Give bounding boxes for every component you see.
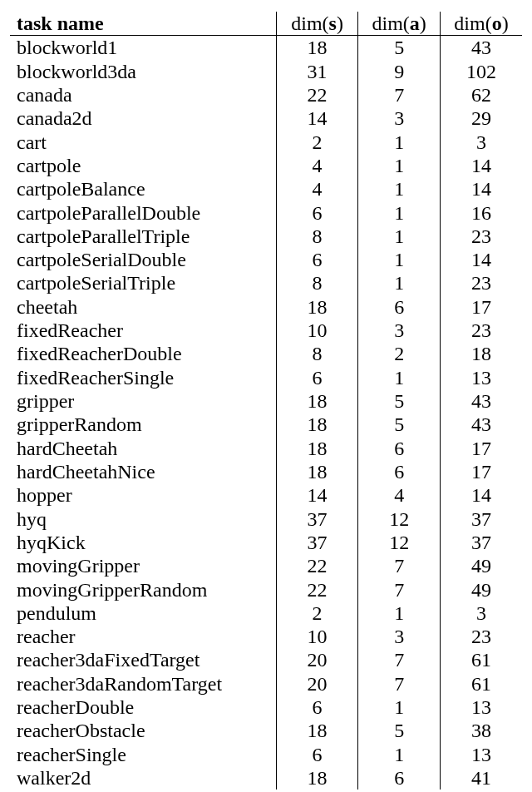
dim-s-cell: 6 <box>276 695 358 719</box>
dim-o-cell: 14 <box>440 483 522 507</box>
dim-s-cell: 31 <box>276 60 358 83</box>
dim-o-cell: 23 <box>440 271 522 295</box>
dim-s-cell: 4 <box>276 177 358 200</box>
dim-s-cell: 6 <box>276 743 358 766</box>
dim-a-cell: 3 <box>358 319 441 342</box>
dim-o-cell: 37 <box>440 531 522 554</box>
table-row: hardCheetah18617 <box>10 437 522 460</box>
table-row: reacher3daFixedTarget20761 <box>10 648 522 671</box>
table-row: cartpoleBalance4114 <box>10 177 522 200</box>
table-row: blockworld3da319102 <box>10 60 522 83</box>
task-name-cell: cartpoleSerialDouble <box>10 248 276 271</box>
task-name-cell: gripper <box>10 389 276 413</box>
dim-o-cell: 102 <box>440 60 522 83</box>
dim-a-cell: 7 <box>358 83 441 106</box>
col-header-task-name: task name <box>10 12 276 36</box>
dim-a-cell: 6 <box>358 766 441 790</box>
table-row: cartpoleSerialTriple8123 <box>10 271 522 295</box>
dim-a-cell: 1 <box>358 248 441 271</box>
task-name-cell: canada <box>10 83 276 106</box>
dim-o-cell: 18 <box>440 342 522 365</box>
task-name-cell: movingGripperRandom <box>10 578 276 601</box>
dim-a-cell: 6 <box>358 295 441 319</box>
dim-o-cell: 41 <box>440 766 522 790</box>
dim-a-cell: 5 <box>358 413 441 436</box>
dim-o-cell: 3 <box>440 601 522 625</box>
task-name-cell: reacher3daRandomTarget <box>10 672 276 695</box>
dim-s-cell: 8 <box>276 342 358 365</box>
dim-o-cell: 43 <box>440 413 522 436</box>
table-row: reacherDouble6113 <box>10 695 522 719</box>
dim-s-cell: 18 <box>276 766 358 790</box>
task-name-cell: cartpoleSerialTriple <box>10 271 276 295</box>
dim-s-cell: 20 <box>276 672 358 695</box>
table-row: reacher3daRandomTarget20761 <box>10 672 522 695</box>
dim-o-cell: 23 <box>440 319 522 342</box>
dim-s-cell: 6 <box>276 366 358 389</box>
task-name-cell: reacherObstacle <box>10 719 276 742</box>
dim-s-cell: 18 <box>276 413 358 436</box>
dim-s-cell: 20 <box>276 648 358 671</box>
dim-a-cell: 1 <box>358 601 441 625</box>
table-row: reacher10323 <box>10 625 522 648</box>
dim-o-cell: 49 <box>440 554 522 577</box>
dim-s-cell: 22 <box>276 578 358 601</box>
dim-a-cell: 2 <box>358 342 441 365</box>
table-row: fixedReacherSingle6113 <box>10 366 522 389</box>
dim-o-cell: 14 <box>440 248 522 271</box>
dim-a-cell: 7 <box>358 672 441 695</box>
table-row: fixedReacherDouble8218 <box>10 342 522 365</box>
task-name-cell: reacher <box>10 625 276 648</box>
dim-o-cell: 37 <box>440 507 522 531</box>
table-row: cartpoleParallelTriple8123 <box>10 225 522 248</box>
task-name-cell: cheetah <box>10 295 276 319</box>
table-row: canada2d14329 <box>10 106 522 130</box>
dim-o-cell: 61 <box>440 672 522 695</box>
table-row: cartpole4114 <box>10 154 522 177</box>
dim-s-cell: 6 <box>276 201 358 225</box>
dim-a-cell: 5 <box>358 719 441 742</box>
table-row: movingGripper22749 <box>10 554 522 577</box>
table-row: hyq371237 <box>10 507 522 531</box>
table-row: cheetah18617 <box>10 295 522 319</box>
task-name-cell: movingGripper <box>10 554 276 577</box>
dim-o-cell: 13 <box>440 743 522 766</box>
task-name-cell: cart <box>10 131 276 154</box>
dim-a-cell: 3 <box>358 106 441 130</box>
task-name-cell: fixedReacherSingle <box>10 366 276 389</box>
col-header-dim-a: dim(a) <box>358 12 441 36</box>
dim-s-cell: 18 <box>276 437 358 460</box>
dim-a-cell: 7 <box>358 648 441 671</box>
task-name-cell: hardCheetahNice <box>10 460 276 483</box>
dim-o-cell: 13 <box>440 366 522 389</box>
dim-a-cell: 1 <box>358 695 441 719</box>
dim-s-cell: 2 <box>276 131 358 154</box>
dim-o-cell: 38 <box>440 719 522 742</box>
table-head: task name dim(s) dim(a) dim(o) <box>10 12 522 36</box>
dim-s-cell: 18 <box>276 36 358 60</box>
dim-a-cell: 3 <box>358 625 441 648</box>
dim-o-cell: 43 <box>440 389 522 413</box>
task-name-cell: canada2d <box>10 106 276 130</box>
dim-o-cell: 62 <box>440 83 522 106</box>
dim-a-cell: 1 <box>358 131 441 154</box>
dim-a-cell: 4 <box>358 483 441 507</box>
task-name-cell: reacher3daFixedTarget <box>10 648 276 671</box>
table-row: cart213 <box>10 131 522 154</box>
table-row: blockworld118543 <box>10 36 522 60</box>
task-name-cell: hopper <box>10 483 276 507</box>
table-body: blockworld118543blockworld3da319102canad… <box>10 36 522 790</box>
col-header-task-name-text: task name <box>17 12 104 34</box>
col-header-dim-s: dim(s) <box>276 12 358 36</box>
dim-a-cell: 1 <box>358 743 441 766</box>
table-row: hopper14414 <box>10 483 522 507</box>
dim-a-cell: 9 <box>358 60 441 83</box>
table-row: reacherObstacle18538 <box>10 719 522 742</box>
dim-o-cell: 17 <box>440 295 522 319</box>
dim-s-cell: 18 <box>276 460 358 483</box>
dim-a-cell: 6 <box>358 437 441 460</box>
table-row: hyqKick371237 <box>10 531 522 554</box>
dim-s-cell: 18 <box>276 719 358 742</box>
task-name-cell: fixedReacherDouble <box>10 342 276 365</box>
col-header-dim-o: dim(o) <box>440 12 522 36</box>
